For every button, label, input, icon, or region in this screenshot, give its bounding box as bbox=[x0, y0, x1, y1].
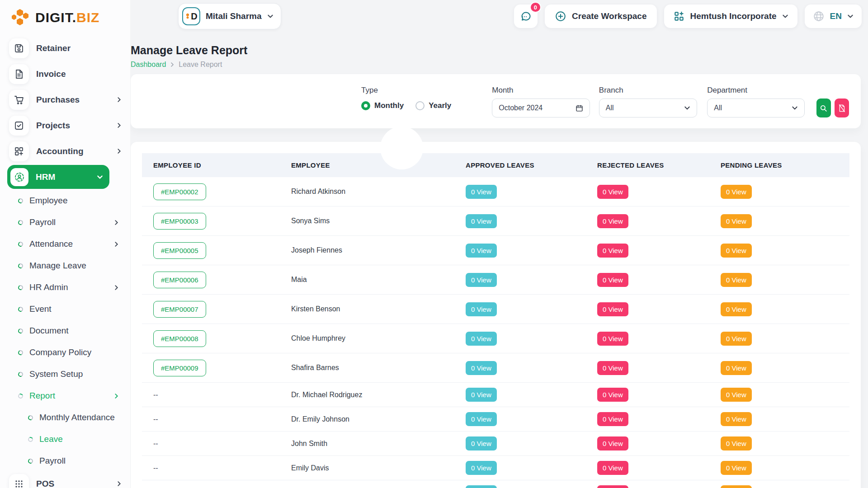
employee-id-badge[interactable]: #EMP00008 bbox=[153, 330, 206, 347]
bullet-icon bbox=[17, 328, 24, 334]
rejected-view-button[interactable]: 0 View bbox=[597, 185, 628, 199]
breadcrumb-dashboard-link[interactable]: Dashboard bbox=[131, 61, 166, 69]
table-row: #EMP00008 Chloe Humphrey 0 View 0 View 0… bbox=[142, 324, 849, 353]
search-button[interactable] bbox=[816, 99, 831, 117]
approved-view-button[interactable]: 0 View bbox=[466, 214, 497, 228]
sidebar-item-event[interactable]: Event bbox=[0, 298, 130, 320]
sidebar-item-report-payroll[interactable]: Payroll bbox=[0, 450, 130, 472]
sidebar-item-pos[interactable]: POS bbox=[0, 472, 130, 488]
bullet-icon bbox=[27, 458, 33, 464]
table-header-row: EMPLOYEE ID EMPLOYEE APPROVED LEAVES REJ… bbox=[142, 153, 849, 177]
tasks-icon bbox=[9, 116, 29, 136]
employee-id-badge[interactable]: #EMP00007 bbox=[153, 301, 206, 318]
clear-filter-button[interactable] bbox=[835, 99, 849, 117]
pending-view-button[interactable]: 0 View bbox=[721, 244, 752, 258]
sidebar-item-hr-admin[interactable]: HR Admin bbox=[0, 277, 130, 298]
rejected-view-button[interactable]: 0 View bbox=[597, 412, 628, 426]
sidebar-item-system-setup[interactable]: System Setup bbox=[0, 363, 130, 385]
sidebar-item-hrm[interactable]: HRM bbox=[7, 165, 109, 189]
pending-view-button[interactable]: 0 View bbox=[721, 461, 752, 475]
month-input[interactable] bbox=[499, 104, 576, 112]
sidebar-item-attendance[interactable]: Attendance bbox=[0, 233, 130, 255]
approved-view-button[interactable]: 0 View bbox=[466, 436, 497, 450]
rejected-view-button[interactable]: 0 View bbox=[597, 244, 628, 258]
employee-id-badge[interactable]: #EMP00009 bbox=[153, 360, 206, 376]
radio-yearly[interactable]: Yearly bbox=[415, 101, 451, 110]
bullet-icon bbox=[17, 371, 24, 377]
create-workspace-button[interactable]: Create Workspace bbox=[545, 5, 656, 28]
approved-view-button[interactable]: 0 View bbox=[466, 244, 497, 258]
employee-id-badge[interactable]: #EMP00006 bbox=[153, 272, 206, 288]
language-selector[interactable]: EN bbox=[805, 5, 862, 28]
branch-select[interactable]: All bbox=[599, 99, 697, 117]
pending-view-button[interactable]: 0 View bbox=[721, 332, 752, 346]
approved-view-button[interactable]: 0 View bbox=[466, 461, 497, 475]
sidebar-item-report[interactable]: Report bbox=[0, 385, 130, 407]
table-row: -- Dr. Michael Rodriguez 0 View 0 View 0… bbox=[142, 383, 849, 407]
employee-id-badge[interactable]: #EMP00003 bbox=[153, 213, 206, 230]
pending-view-button[interactable]: 0 View bbox=[721, 214, 752, 228]
chat-button[interactable]: 0 bbox=[514, 5, 538, 28]
pending-view-button[interactable]: 0 View bbox=[721, 185, 752, 199]
sidebar-item-purchases[interactable]: Purchases bbox=[0, 87, 130, 113]
sidebar-item-monthly-attendance[interactable]: Monthly Attendance bbox=[0, 407, 130, 428]
pending-view-button[interactable]: 0 View bbox=[721, 273, 752, 287]
sidebar-item-accounting[interactable]: Accounting bbox=[0, 138, 130, 164]
user-menu[interactable]: D Mitali Sharma bbox=[178, 3, 281, 29]
employee-id-cell: #EMP00008 bbox=[153, 330, 291, 347]
retainer-icon bbox=[9, 38, 29, 58]
rejected-view-button[interactable]: 0 View bbox=[597, 214, 628, 228]
approved-view-button[interactable]: 0 View bbox=[466, 485, 497, 488]
rejected-view-button[interactable]: 0 View bbox=[597, 461, 628, 475]
pending-view-button[interactable]: 0 View bbox=[721, 436, 752, 450]
column-employee-id: EMPLOYEE ID bbox=[153, 161, 291, 169]
approved-view-button[interactable]: 0 View bbox=[466, 302, 497, 316]
workspace-selector[interactable]: Hemtush Incorporate bbox=[664, 5, 797, 28]
approved-view-button[interactable]: 0 View bbox=[466, 412, 497, 426]
workspace-grid-icon bbox=[673, 10, 685, 22]
table-row: -- Dr. Emily Johnson 0 View 0 View 0 Vie… bbox=[142, 407, 849, 432]
rejected-view-button[interactable]: 0 View bbox=[597, 436, 628, 450]
approved-view-button[interactable]: 0 View bbox=[466, 185, 497, 199]
radio-unselected-icon bbox=[415, 101, 425, 110]
breadcrumb-current: Leave Report bbox=[179, 61, 222, 69]
sidebar-item-document[interactable]: Document bbox=[0, 320, 130, 342]
pending-view-button[interactable]: 0 View bbox=[721, 412, 752, 426]
sidebar-item-projects[interactable]: Projects bbox=[0, 113, 130, 138]
pending-view-button[interactable]: 0 View bbox=[721, 302, 752, 316]
employee-id-badge[interactable]: #EMP00005 bbox=[153, 242, 206, 259]
sidebar-item-payroll[interactable]: Payroll bbox=[0, 211, 130, 233]
pos-grid-icon bbox=[9, 474, 29, 488]
employee-id-badge[interactable]: #EMP00002 bbox=[153, 183, 206, 200]
rejected-view-button[interactable]: 0 View bbox=[597, 302, 628, 316]
search-icon bbox=[820, 104, 827, 112]
rejected-view-button[interactable]: 0 View bbox=[597, 273, 628, 287]
rejected-view-button[interactable]: 0 View bbox=[597, 361, 628, 375]
approved-view-button[interactable]: 0 View bbox=[466, 332, 497, 346]
radio-monthly[interactable]: Monthly bbox=[361, 101, 404, 110]
approved-view-button[interactable]: 0 View bbox=[466, 361, 497, 375]
rejected-view-button[interactable]: 0 View bbox=[597, 485, 628, 488]
approved-view-button[interactable]: 0 View bbox=[466, 273, 497, 287]
pending-view-button[interactable]: 0 View bbox=[721, 485, 752, 488]
sidebar-item-company-policy[interactable]: Company Policy bbox=[0, 342, 130, 363]
sidebar-item-employee[interactable]: Employee bbox=[0, 190, 130, 211]
month-picker[interactable] bbox=[492, 99, 590, 117]
chevron-down-icon bbox=[792, 105, 798, 111]
table-row: #EMP00006 Maia 0 View 0 View 0 View bbox=[142, 265, 849, 295]
approved-view-button[interactable]: 0 View bbox=[466, 388, 497, 402]
app-logo[interactable]: DIGIT.BIZ bbox=[0, 0, 130, 32]
pending-view-button[interactable]: 0 View bbox=[721, 388, 752, 402]
month-filter: Month bbox=[492, 86, 590, 117]
main-content: Manage Leave Report Dashboard Leave Repo… bbox=[130, 33, 868, 488]
pending-view-button[interactable]: 0 View bbox=[721, 361, 752, 375]
department-select[interactable]: All bbox=[707, 99, 805, 117]
bullet-icon bbox=[17, 393, 24, 399]
sidebar-item-manage-leave[interactable]: Manage Leave bbox=[0, 255, 130, 277]
chevron-down-icon bbox=[97, 174, 103, 180]
sidebar-item-invoice[interactable]: Invoice bbox=[0, 61, 130, 87]
sidebar-item-leave[interactable]: Leave bbox=[0, 428, 130, 450]
rejected-view-button[interactable]: 0 View bbox=[597, 332, 628, 346]
rejected-view-button[interactable]: 0 View bbox=[597, 388, 628, 402]
sidebar-item-retainer[interactable]: Retainer bbox=[0, 35, 130, 61]
